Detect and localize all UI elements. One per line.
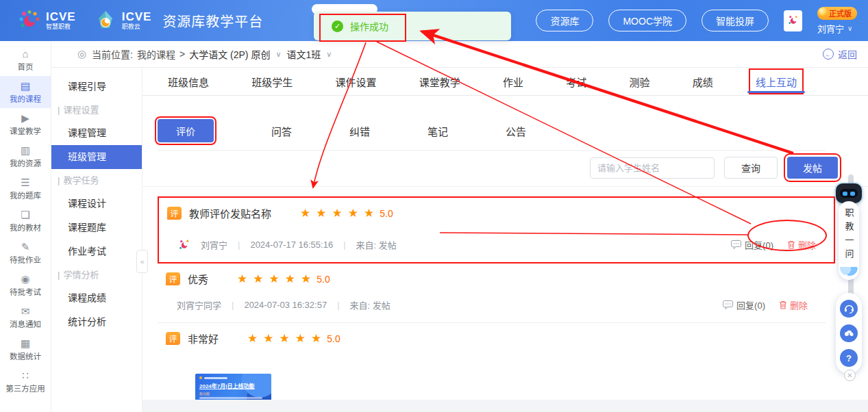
- footer-strip: [142, 400, 868, 412]
- sidebar-item-data-statistics[interactable]: ▦ 数据统计: [0, 333, 51, 365]
- library-icon: ▥: [21, 145, 30, 155]
- menu-item-course-question-bank[interactable]: 课程题库: [51, 216, 142, 240]
- breadcrumb-root[interactable]: 我的课程: [137, 47, 175, 61]
- subtab-qa[interactable]: 问答: [271, 124, 292, 138]
- sidebar-item-pending-homework[interactable]: ✎ 待批作业: [0, 237, 51, 269]
- post-list: 评 教师评价发贴名称 ★★★★★ 5.0 刘宵宁 | 2024-07-17 16…: [142, 187, 868, 412]
- breadcrumb: ◎ 当前位置: 我的课程 > 大学语文 (2P) 原创 ∨ 语文1班 ∨ ← 返…: [51, 41, 868, 68]
- robot-assistant-icon: [836, 183, 862, 203]
- menu-collapse-button[interactable]: «: [136, 250, 148, 273]
- post-source: 来自: 发帖: [350, 298, 390, 311]
- class-tabs-row: 班级信息 班级学生 课件设置 课堂教学 作业 考试 测验 成绩 线上互动: [142, 68, 868, 96]
- post-attachment-image[interactable]: 2024年7月|日上线功能 新功能: [195, 374, 271, 402]
- close-icon: ✕: [847, 372, 852, 379]
- student-name-input[interactable]: [590, 157, 715, 179]
- sidebar-item-my-question-bank[interactable]: ☰ 我的题库: [0, 172, 51, 205]
- version-badge: 正式版: [817, 7, 857, 20]
- delete-button[interactable]: 删除: [787, 238, 816, 251]
- score-icon: ◉: [21, 274, 29, 284]
- sidebar-item-my-courses[interactable]: ▤ 我的课程: [0, 76, 51, 108]
- user-menu[interactable]: 刘宵宁 ∨: [817, 22, 852, 35]
- chevron-down-icon: ∨: [275, 50, 281, 59]
- customer-service-button[interactable]: [840, 300, 858, 318]
- help-button[interactable]: ?: [840, 349, 858, 367]
- query-button[interactable]: 查询: [724, 157, 778, 179]
- trash-icon: [779, 300, 787, 309]
- post-author: 刘宵宁同学: [177, 298, 221, 311]
- menu-item-course-guide[interactable]: 课程引导: [51, 75, 142, 99]
- tab-classroom-teaching[interactable]: 课堂教学: [419, 68, 460, 95]
- rating-score: 5.0: [317, 274, 330, 285]
- avatar[interactable]: [784, 10, 802, 31]
- tab-courseware-settings[interactable]: 课件设置: [335, 68, 376, 95]
- nav-mooc-college-button[interactable]: MOOC学院: [608, 10, 686, 31]
- trash-icon: [787, 240, 795, 249]
- tab-online-interaction[interactable]: 线上互动: [750, 70, 802, 93]
- evaluation-badge: 评: [166, 332, 180, 345]
- subtab-evaluation[interactable]: 评价: [158, 119, 214, 142]
- menu-item-course-management[interactable]: 课程管理: [51, 121, 142, 145]
- sidebar-item-pending-exams[interactable]: ◉ 待批考试: [0, 269, 51, 301]
- sidebar-item-my-textbooks[interactable]: ❏ 我的教材: [0, 205, 51, 237]
- question-icon: ?: [846, 353, 852, 363]
- menu-section-course-settings: |课程设置: [51, 99, 142, 121]
- reply-button[interactable]: 回复(0): [723, 298, 765, 311]
- download-button[interactable]: [840, 324, 858, 342]
- sidebar-item-notifications[interactable]: ✉ 消息通知: [0, 301, 51, 333]
- sidebar-item-third-party-apps[interactable]: ∷ 第三方应用: [0, 365, 51, 398]
- post-title[interactable]: 优秀: [188, 272, 208, 286]
- app-root: ICVE 智慧职教 ICVE 职教云 资源库教学平台 资源库 MOOC学院 智能…: [0, 0, 868, 412]
- chevron-down-icon: ∨: [847, 25, 852, 32]
- nav-resource-library-button[interactable]: 资源库: [536, 10, 593, 31]
- user-block: 正式版 刘宵宁 ∨: [817, 7, 857, 35]
- tab-quizzes[interactable]: 测验: [629, 68, 649, 95]
- wave-decoration: [840, 267, 858, 276]
- sidebar-rail: ⌂ 首页 ▤ 我的课程 ▶ 课堂教学 ▥ 我的资源 ☰ 我的题库 ❏ 我的教材 …: [0, 41, 51, 412]
- message-icon: ✉: [21, 306, 30, 316]
- breadcrumb-class-select[interactable]: 语文1班: [286, 47, 321, 61]
- sidebar-item-home[interactable]: ⌂ 首页: [0, 44, 51, 76]
- post-title[interactable]: 非常好: [188, 331, 219, 346]
- post-card: 评 非常好 ★★★★★ 5.0 2024年7月|日上线功能 新功能: [158, 323, 826, 412]
- main-panel: 班级信息 班级学生 课件设置 课堂教学 作业 考试 测验 成绩 线上互动 评价 …: [142, 68, 868, 412]
- logo-icve-zhijiaoyun: ICVE 职教云: [94, 9, 152, 32]
- nav-smart-screen-button[interactable]: 智能投屏: [702, 10, 769, 31]
- tab-grades[interactable]: 成绩: [693, 68, 713, 95]
- thumb-logo-dot: [199, 376, 202, 379]
- post-source: 来自: 发帖: [356, 238, 397, 251]
- menu-item-homework-exams[interactable]: 作业考试: [51, 240, 142, 263]
- post-card: 评 教师评价发贴名称 ★★★★★ 5.0 刘宵宁 | 2024-07-17 16…: [158, 196, 835, 263]
- tab-class-info[interactable]: 班级信息: [168, 68, 209, 95]
- logo-secondary-subtitle: 职教云: [122, 24, 152, 30]
- assistant-label: 职教一问: [843, 208, 856, 263]
- reply-button[interactable]: 回复(0): [731, 238, 773, 251]
- create-post-button[interactable]: 发帖: [787, 157, 838, 179]
- subtab-notes[interactable]: 笔记: [427, 124, 448, 138]
- assistant-widget[interactable]: 职教一问: [834, 183, 864, 280]
- sidebar-item-classroom-teaching[interactable]: ▶ 课堂教学: [0, 108, 51, 140]
- menu-item-class-management[interactable]: 班级管理: [51, 145, 142, 169]
- menu-item-statistical-analysis[interactable]: 统计分析: [51, 310, 142, 334]
- breadcrumb-prefix: 当前位置:: [92, 47, 133, 61]
- back-button[interactable]: ← 返回: [823, 47, 857, 61]
- platform-title: 资源库教学平台: [162, 11, 263, 31]
- breadcrumb-course-select[interactable]: 大学语文 (2P) 原创: [189, 47, 270, 61]
- sidebar-item-my-resources[interactable]: ▥ 我的资源: [0, 140, 51, 172]
- close-widgets-button[interactable]: ✕: [844, 370, 856, 381]
- menu-item-course-grades[interactable]: 课程成绩: [51, 286, 142, 310]
- location-pin-icon: ◎: [77, 48, 86, 60]
- apps-grid-icon: ∷: [22, 370, 29, 381]
- tab-exams[interactable]: 考试: [566, 68, 586, 95]
- star-rating: ★★★★★: [247, 333, 327, 344]
- menu-item-course-design[interactable]: 课程设计: [51, 192, 142, 216]
- subtab-corrections[interactable]: 纠错: [349, 124, 370, 138]
- menu-section-teaching-tasks: |教学任务: [51, 169, 142, 192]
- toast-message: 操作成功: [350, 19, 388, 33]
- subtab-announcements[interactable]: 公告: [506, 124, 526, 138]
- play-icon: ▶: [21, 113, 29, 123]
- tab-homework[interactable]: 作业: [503, 68, 523, 95]
- post-title[interactable]: 教师评价发贴名称: [189, 206, 271, 220]
- evaluation-badge: 评: [167, 207, 182, 220]
- delete-button[interactable]: 删除: [779, 298, 808, 311]
- tab-class-students[interactable]: 班级学生: [251, 68, 293, 95]
